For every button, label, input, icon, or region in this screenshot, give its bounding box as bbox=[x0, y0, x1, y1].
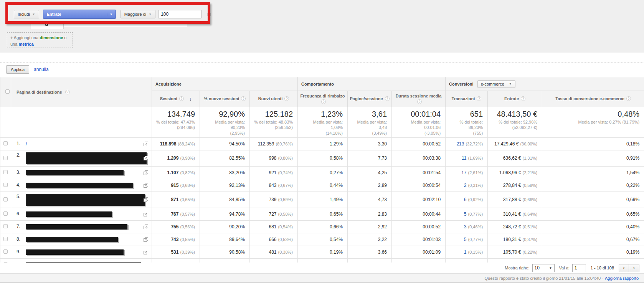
include-dropdown[interactable]: Includi ▼ bbox=[14, 10, 39, 18]
help-icon[interactable]: ? bbox=[65, 90, 70, 94]
row-checkbox[interactable] bbox=[3, 237, 8, 241]
column-header-transactions[interactable]: Transazioni? bbox=[446, 91, 488, 107]
previous-page-button[interactable]: ‹ bbox=[619, 264, 629, 272]
help-icon[interactable]: ? bbox=[385, 96, 390, 101]
new-users-cell: 998(0,80%) bbox=[250, 150, 298, 166]
open-page-icon[interactable] bbox=[144, 225, 148, 230]
column-header-sessions[interactable]: Sessioni?↓ bbox=[152, 91, 200, 107]
help-icon[interactable]: ? bbox=[626, 96, 631, 101]
next-page-button[interactable]: › bbox=[629, 264, 639, 272]
cancel-link[interactable]: annulla bbox=[34, 67, 49, 72]
sessions-cell-value: 743 bbox=[171, 237, 178, 242]
transactions-cell: 17(2,61%) bbox=[446, 166, 488, 179]
open-page-icon[interactable] bbox=[144, 197, 148, 203]
column-header-conversion-rate[interactable]: Tasso di conversione e-commerce? bbox=[542, 91, 644, 107]
help-icon[interactable]: ? bbox=[521, 96, 525, 101]
new-sessions-cell-value: 94,50% bbox=[229, 141, 245, 147]
bounce-rate-cell: 0,54% bbox=[298, 233, 348, 246]
avg-duration-cell: 00:00:54 bbox=[392, 179, 446, 192]
select-all-checkbox[interactable] bbox=[5, 89, 10, 94]
column-header-revenue[interactable]: Entrate? bbox=[488, 91, 542, 107]
column-header-new-users[interactable]: Nuovi utenti? bbox=[250, 91, 298, 107]
row-checkbox[interactable] bbox=[3, 224, 8, 228]
row-number: 4. bbox=[17, 182, 26, 188]
row-number: 6. bbox=[17, 211, 26, 216]
row-checkbox[interactable] bbox=[3, 141, 8, 145]
pages-session-cell: 2,83 bbox=[348, 208, 392, 220]
chevron-down-icon: ▼ bbox=[149, 13, 152, 16]
conv-rate-cell-value: 1,54% bbox=[626, 170, 639, 175]
new-sessions-cell-value: 82,55% bbox=[229, 155, 245, 161]
new-sessions-cell: 82,55% bbox=[200, 150, 250, 166]
redacted-page-name bbox=[26, 224, 127, 230]
open-page-icon[interactable] bbox=[144, 183, 148, 189]
bounce-rate-cell: 1,29% bbox=[298, 137, 348, 150]
row-checkbox[interactable] bbox=[3, 197, 8, 201]
totals-avg-duration-cell: 00:01:04 Media per vista: 00:01:06 (-3,0… bbox=[392, 107, 446, 138]
help-icon[interactable]: ? bbox=[417, 99, 422, 104]
totals-new-sessions-cell: 92,90% Media per vista: 90,23% (2,95%) bbox=[200, 107, 250, 138]
apply-button[interactable]: Applica bbox=[6, 65, 29, 74]
refresh-report-link[interactable]: Aggiorna rapporto bbox=[605, 276, 639, 281]
page-cell: 3. bbox=[11, 166, 152, 179]
redacted-page-name bbox=[26, 194, 145, 206]
transactions-cell-value: 1 bbox=[464, 249, 467, 255]
help-icon[interactable]: ? bbox=[321, 99, 326, 104]
open-page-icon[interactable] bbox=[144, 170, 148, 176]
filter-value-input[interactable] bbox=[158, 10, 201, 18]
bounce-rate-cell: 0,65% bbox=[298, 208, 348, 220]
group-header-acquisition: Acquisizione bbox=[152, 77, 298, 91]
condition-dropdown[interactable]: Maggiore di ▼ bbox=[121, 10, 155, 18]
column-header-avg-duration[interactable]: Durata sessione media? bbox=[392, 91, 446, 107]
metric-dropdown[interactable]: Entrate ▼ bbox=[43, 10, 116, 19]
open-page-icon[interactable] bbox=[144, 237, 148, 243]
sessions-cell: 531(0,39%) bbox=[152, 246, 200, 258]
new-users-cell-percent: (0,59%) bbox=[278, 197, 293, 202]
page-name bbox=[26, 170, 139, 175]
new-sessions-cell: 84,85% bbox=[200, 192, 250, 208]
conv-rate-cell-value: 0,19% bbox=[626, 249, 639, 255]
bounce-rate-cell-value: 0,27% bbox=[330, 170, 343, 175]
row-checkbox[interactable] bbox=[3, 170, 8, 174]
row-checkbox[interactable] bbox=[3, 183, 8, 187]
avg-duration-cell-value: 00:01:54 bbox=[423, 170, 441, 175]
conversions-type-dropdown[interactable]: e-commerce ▼ bbox=[477, 80, 515, 88]
new-sessions-cell-value: 92,13% bbox=[229, 183, 245, 188]
rows-per-page-select[interactable]: 10 ▼ bbox=[532, 264, 555, 272]
open-page-icon[interactable] bbox=[144, 212, 148, 218]
add-dimension-metric-button[interactable]: + Aggiungi una dimensione o una metrica bbox=[7, 32, 73, 48]
column-header-pages-session[interactable]: Pagine/sessione? bbox=[348, 91, 392, 107]
sessions-cell-value: 1.209 bbox=[167, 155, 178, 161]
open-page-icon[interactable] bbox=[144, 250, 148, 256]
help-icon[interactable]: ? bbox=[284, 96, 289, 101]
remove-filter-icon[interactable] bbox=[207, 12, 211, 17]
open-page-icon[interactable] bbox=[144, 142, 148, 147]
open-page-icon[interactable] bbox=[144, 156, 148, 162]
row-checkbox[interactable] bbox=[3, 249, 8, 254]
help-icon[interactable]: ? bbox=[179, 96, 184, 101]
transactions-cell-percent: (0,92%) bbox=[468, 197, 483, 202]
goto-page-input[interactable] bbox=[572, 264, 586, 272]
help-icon[interactable]: ? bbox=[477, 96, 481, 101]
transactions-cell-percent: (0,77%) bbox=[468, 237, 483, 242]
row-number: 1. bbox=[17, 141, 26, 146]
bounce-rate-cell-value: 0,66% bbox=[330, 224, 343, 230]
page-name bbox=[26, 183, 139, 188]
show-rows-label: Mostra righe: bbox=[505, 266, 529, 270]
row-checkbox[interactable] bbox=[3, 156, 8, 160]
sessions-cell-value: 1.107 bbox=[167, 170, 178, 175]
column-header-bounce-rate[interactable]: Frequenza di rimbalzo? bbox=[298, 91, 348, 107]
page-link[interactable]: / bbox=[26, 141, 27, 147]
page-name: / bbox=[26, 141, 139, 147]
revenue-cell-value: 105,70 € bbox=[503, 249, 521, 255]
pages-session-cell: 3,22 bbox=[348, 233, 392, 246]
column-header-new-sessions[interactable]: % nuove sessioni? bbox=[200, 91, 250, 107]
pages-session-cell-value: 2,89 bbox=[378, 183, 387, 188]
avg-duration-cell-value: 00:02:10 bbox=[423, 197, 441, 202]
sessions-cell-percent: (0,65%) bbox=[180, 197, 195, 202]
transactions-cell-percent: (2,61%) bbox=[468, 170, 483, 175]
help-icon[interactable]: ? bbox=[241, 96, 246, 101]
bounce-rate-cell-value: 0,44% bbox=[330, 183, 343, 188]
row-checkbox[interactable] bbox=[3, 211, 8, 216]
column-header-page[interactable]: Pagina di destinazione ? bbox=[11, 77, 152, 107]
